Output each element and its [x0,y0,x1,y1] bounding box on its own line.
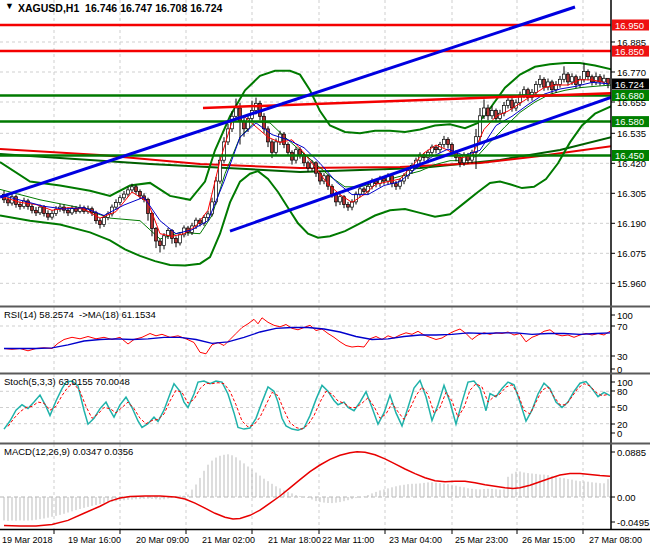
time-label: 21 Mar 02:00 [202,535,255,545]
price-label: 16.190 [617,218,646,229]
time-label: 22 Mar 11:00 [322,535,374,545]
mt4-chart-window: 16.95016.88516.85016.77016.72416.68016.6… [0,0,650,550]
rsi-indicator-label: RSI(14) 58.2574 ->MA(18) 61.1534 [4,309,156,320]
price-label: 16.305 [617,188,646,199]
indicator-scale-label: 0 [617,428,622,439]
time-label: 27 Mar 08:00 [589,535,642,545]
price-badge-label: 16.950 [615,20,644,31]
time-axis[interactable]: 19 Mar 201819 Mar 16:0020 Mar 09:0021 Ma… [2,530,642,545]
price-label: 15.960 [617,278,646,289]
rsi-line [4,318,610,354]
price-axis[interactable]: 16.95016.88516.85016.77016.72416.68016.6… [611,20,649,528]
indicator-scale-label: 80 [617,386,628,397]
stoch-indicator-label: Stoch(5,3,3) 63.0155 70.0048 [4,376,130,387]
price-label: 16.770 [617,67,646,78]
price-badge-label: 16.850 [615,46,644,57]
macd-layer [4,452,610,526]
price-badge-label: 16.724 [615,79,644,90]
price-label: 16.420 [617,158,646,169]
stoch-signal-line [8,383,608,429]
time-label: 26 Mar 15:00 [522,535,575,545]
time-label: 21 Mar 18:00 [268,535,321,545]
time-label: 19 Mar 2018 [2,535,53,545]
time-label: 19 Mar 16:00 [68,535,121,545]
chart-canvas[interactable]: 16.95016.88516.85016.77016.72416.68016.6… [0,0,650,550]
indicator-scale-label: 0.00 [617,492,636,503]
time-label: 23 Mar 04:00 [389,535,442,545]
rsi-layer [4,318,610,354]
bollinger-upper [0,63,612,200]
indicator-scale-label: 50 [617,402,628,413]
indicator-scale-label: 70 [617,321,628,332]
indicator-scale-label: 100 [617,310,633,321]
price-label: 16.535 [617,128,646,139]
price-label: 16.075 [617,248,646,259]
price-label: 16.655 [617,97,646,108]
indicator-scale-label: 30 [617,351,628,362]
indicator-scale-label: 0 [617,364,622,375]
trendline-blue [230,97,612,231]
time-label: 25 Mar 23:00 [455,535,508,545]
macd-signal-line [4,452,610,526]
time-label: 20 Mar 09:00 [136,535,189,545]
chart-title: XAGUSD,H1 16.746 16.747 16.708 16.724 [18,2,222,14]
price-badge-label: 16.580 [615,116,644,127]
indicator-scale-label: 0.0885 [617,447,646,458]
symbol-dropdown-icon[interactable]: ▼ [5,1,14,11]
stoch-layer [4,381,610,431]
stoch-main-line [4,381,610,431]
indicator-scale-label: -0.0495 [617,517,649,528]
main-chart-layer [0,7,612,266]
macd-indicator-label: MACD(12,26,9) 0.0347 0.0356 [4,446,133,457]
